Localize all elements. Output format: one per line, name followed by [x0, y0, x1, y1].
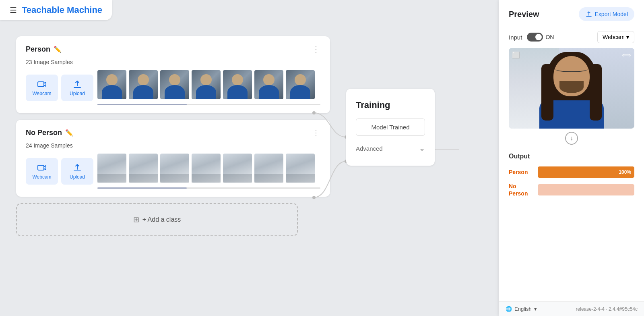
webcam-overlay-right: ⟺: [622, 51, 631, 59]
input-row: Input ON Webcam ▾: [499, 26, 644, 48]
thumbnail-room-3: [160, 154, 189, 183]
webcam-feed: ⬜ ⟺: [509, 48, 634, 129]
toggle-thumb: [535, 34, 542, 40]
preview-title: Preview: [509, 10, 539, 19]
upload-icon-np: [72, 163, 82, 173]
input-label: Input: [509, 34, 522, 41]
down-arrow-divider: ↓: [565, 132, 578, 145]
advanced-row[interactable]: Advanced ⌄: [356, 142, 425, 154]
training-card: Training Model Trained Advanced ⌄: [346, 89, 435, 166]
class-name-area-np: No Person ✏️: [26, 129, 73, 137]
class-card-header: Person ✏️ ⋮: [26, 44, 320, 54]
add-class-icon: ⊞: [133, 215, 139, 224]
output-label-no-person: NoPerson: [509, 183, 533, 197]
webcam-icon: [37, 79, 47, 89]
toggle-switch[interactable]: ON: [527, 33, 554, 42]
thumbnail-room-5: [223, 154, 252, 183]
webcam-dropdown-label: Webcam: [603, 34, 625, 40]
sample-count-person: 23 Image Samples: [26, 59, 320, 65]
training-panel: Training Model Trained Advanced ⌄: [346, 89, 435, 166]
train-button-label: Model Trained: [371, 124, 409, 131]
thumbnail-room-7: [286, 154, 315, 183]
app-header: ☰ Teachable Machine: [0, 0, 112, 20]
output-row-no-person: NoPerson: [509, 183, 634, 197]
training-title: Training: [356, 100, 425, 110]
export-button-label: Export Model: [595, 11, 628, 17]
upload-btn-no-person[interactable]: Upload: [61, 158, 93, 185]
output-bar-container-no-person: [538, 184, 634, 195]
webcam-btn-person[interactable]: Webcam: [26, 75, 58, 101]
chevron-down-icon-webcam: ▾: [626, 34, 629, 40]
webcam-btn-no-person[interactable]: Webcam: [26, 158, 58, 185]
preview-panel: Preview Export Model Input ON Webcam ▾: [499, 0, 644, 316]
preview-footer: 🌐 English ▾ release-2-4-4 · 2.4.4#95c54c: [499, 301, 644, 316]
thumbnails-scroll-person[interactable]: [97, 70, 320, 101]
app-title: Teachable Machine: [22, 5, 102, 15]
webcam-overlay-left: ⬜: [512, 51, 520, 59]
class-card-no-person: No Person ✏️ ⋮ 24 Image Samples Webcam: [16, 120, 330, 197]
webcam-btn-label: Webcam: [32, 91, 51, 96]
add-class-label: + Add a class: [142, 216, 181, 223]
advanced-label: Advanced: [356, 145, 383, 152]
thumbnail-person-1: [97, 70, 126, 99]
chevron-down-icon: ⌄: [419, 144, 425, 153]
action-buttons-no-person: Webcam Upload: [26, 158, 93, 185]
more-options-no-person[interactable]: ⋮: [312, 128, 320, 137]
thumbnail-person-3: [160, 70, 189, 99]
output-row-person: Person 100%: [509, 166, 634, 178]
thumbnail-person-2: [129, 70, 158, 99]
upload-icon: [72, 79, 82, 89]
output-section: Output Person 100% NoPerson: [499, 148, 644, 316]
webcam-btn-label-np: Webcam: [32, 174, 51, 180]
scrollbar-thumb-no-person: [97, 187, 187, 189]
preview-header: Preview Export Model: [499, 0, 644, 26]
samples-area-no-person: Webcam Upload: [26, 154, 320, 189]
samples-area-person: Webcam Upload: [26, 70, 320, 105]
train-button[interactable]: Model Trained: [356, 118, 425, 136]
class-card-person: Person ✏️ ⋮ 23 Image Samples Webcam: [16, 36, 330, 113]
add-class-button[interactable]: ⊞ + Add a class: [16, 203, 298, 236]
thumbnail-person-6: [254, 70, 283, 99]
chevron-down-lang: ▾: [534, 306, 537, 312]
upload-btn-label: Upload: [70, 91, 85, 96]
svg-rect-1: [38, 165, 44, 170]
thumbnail-room-2: [129, 154, 158, 183]
thumbnail-room-1: [97, 154, 126, 183]
edit-icon-no-person[interactable]: ✏️: [65, 129, 73, 137]
sample-count-no-person: 24 Image Samples: [26, 142, 320, 149]
thumbnails-scroll-no-person[interactable]: [97, 154, 320, 184]
scrollbar-no-person: [97, 187, 320, 189]
thumbnail-person-7: [286, 70, 315, 99]
upload-btn-person[interactable]: Upload: [61, 75, 93, 101]
scrollbar-person: [97, 104, 320, 105]
language-selector[interactable]: 🌐 English ▾: [506, 306, 537, 312]
thumbnail-person-4: [192, 70, 221, 99]
toggle-track[interactable]: [527, 33, 543, 42]
output-title: Output: [509, 153, 634, 160]
webcam-dropdown[interactable]: Webcam ▾: [597, 31, 634, 43]
class-name-no-person: No Person: [26, 129, 62, 137]
edit-icon-person[interactable]: ✏️: [54, 46, 62, 53]
svg-rect-0: [38, 82, 44, 87]
upload-btn-label-np: Upload: [70, 174, 85, 180]
webcam-icon-np: [37, 163, 47, 173]
menu-icon[interactable]: ☰: [10, 5, 17, 15]
output-bar-container-person: 100%: [538, 166, 634, 178]
action-buttons-person: Webcam Upload: [26, 75, 93, 101]
language-label: English: [514, 306, 532, 312]
export-icon: [585, 10, 592, 18]
output-bar-no-person: [538, 184, 634, 195]
output-label-person: Person: [509, 169, 533, 175]
class-name-area: Person ✏️: [26, 45, 62, 54]
globe-icon: 🌐: [506, 306, 512, 312]
thumbnails-person: [97, 70, 320, 105]
toggle-on-label: ON: [545, 34, 554, 40]
thumbnail-room-6: [254, 154, 283, 183]
class-name-person: Person: [26, 45, 50, 54]
class-card-header-np: No Person ✏️ ⋮: [26, 128, 320, 137]
more-options-person[interactable]: ⋮: [312, 44, 320, 54]
export-model-button[interactable]: Export Model: [579, 7, 634, 21]
thumbnails-no-person: [97, 154, 320, 189]
thumbnail-room-4: [192, 154, 221, 183]
thumbnail-person-5: [223, 70, 252, 99]
